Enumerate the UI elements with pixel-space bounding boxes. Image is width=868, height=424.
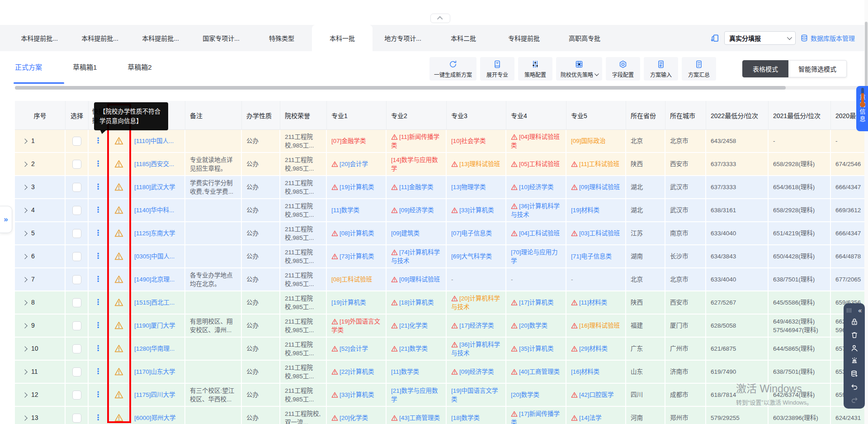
warning-triangle-icon[interactable] bbox=[114, 159, 123, 168]
school-link[interactable]: [6000]郑州大学 bbox=[134, 414, 176, 421]
warning-triangle-icon[interactable] bbox=[114, 252, 123, 261]
side-tool-redo-icon[interactable] bbox=[844, 393, 865, 406]
school-link[interactable]: [1280]华南理... bbox=[134, 345, 175, 352]
quick-actions-icon[interactable]: ⋮ bbox=[94, 367, 102, 376]
collapse-toolbar-icon[interactable]: « bbox=[858, 307, 862, 314]
warning-triangle-icon[interactable] bbox=[114, 205, 123, 214]
plan-tab-0[interactable]: 正式方案 bbox=[15, 62, 42, 71]
row-checkbox[interactable] bbox=[72, 252, 81, 261]
school-link[interactable]: [1490]北京理... bbox=[134, 276, 175, 283]
row-checkbox[interactable] bbox=[72, 160, 81, 169]
school-link[interactable]: [1140]华中科... bbox=[134, 207, 174, 214]
quick-actions-icon[interactable]: ⋮ bbox=[94, 205, 102, 214]
side-tool-user-disable-icon[interactable] bbox=[844, 341, 865, 354]
row-checkbox[interactable] bbox=[72, 367, 81, 376]
side-tool-undo-icon[interactable] bbox=[844, 381, 865, 394]
school-link[interactable]: [1125]东南大学 bbox=[134, 230, 175, 237]
warning-triangle-icon[interactable] bbox=[114, 344, 123, 353]
quick-actions-icon[interactable]: ⋮ bbox=[94, 159, 102, 168]
quick-actions-icon[interactable]: ⋮ bbox=[94, 229, 102, 237]
plan-tab-1[interactable]: 草稿箱1 bbox=[73, 62, 97, 71]
school-link[interactable]: [1190]厦门大学 bbox=[134, 322, 175, 329]
mode-toggle-0[interactable]: 表格模式 bbox=[742, 60, 788, 77]
row-expand-chevron-icon[interactable] bbox=[22, 415, 27, 420]
row-expand-chevron-icon[interactable] bbox=[22, 162, 27, 167]
row-checkbox[interactable] bbox=[72, 275, 81, 284]
row-expand-chevron-icon[interactable] bbox=[22, 300, 27, 305]
side-tool-alarm-off-icon[interactable] bbox=[844, 354, 865, 367]
warning-triangle-icon[interactable] bbox=[114, 136, 123, 145]
side-tool-lock-icon[interactable] bbox=[844, 315, 865, 329]
toolbar-button-2[interactable]: 策略配置 bbox=[518, 57, 552, 81]
row-expand-chevron-icon[interactable] bbox=[22, 392, 27, 397]
row-expand-chevron-icon[interactable] bbox=[22, 254, 27, 259]
batch-tab-8[interactable]: 专科提前批 bbox=[494, 25, 554, 51]
school-link[interactable]: [1180]武汉大学 bbox=[134, 184, 175, 191]
school-link[interactable]: [1175]四川大学 bbox=[134, 391, 175, 398]
row-checkbox[interactable] bbox=[72, 391, 81, 400]
school-link[interactable]: [1515]西北工... bbox=[134, 299, 175, 306]
quick-actions-icon[interactable]: ⋮ bbox=[94, 344, 102, 353]
warning-triangle-icon[interactable] bbox=[114, 413, 123, 422]
horizontal-scrollbar-thumb[interactable] bbox=[15, 86, 786, 90]
school-link[interactable]: [1185]西安交... bbox=[134, 161, 174, 167]
collapse-panel-button[interactable] bbox=[430, 14, 450, 23]
row-checkbox[interactable] bbox=[72, 183, 81, 192]
quick-actions-icon[interactable]: ⋮ bbox=[94, 321, 102, 329]
warning-triangle-icon[interactable] bbox=[114, 229, 123, 238]
warning-triangle-icon[interactable] bbox=[114, 298, 123, 307]
warning-triangle-icon[interactable] bbox=[114, 321, 123, 330]
batch-tab-2[interactable]: 本科提前批... bbox=[130, 25, 191, 51]
version-transfer-icon[interactable] bbox=[710, 33, 720, 43]
quick-actions-icon[interactable]: ⋮ bbox=[94, 390, 102, 399]
school-link[interactable]: [1110]中国人... bbox=[134, 138, 174, 144]
toolbar-button-0[interactable]: 一键生成新方案 bbox=[429, 57, 476, 81]
mode-toggle-1[interactable]: 智能筛选模式 bbox=[788, 60, 847, 77]
toolbar-button-6[interactable]: 方案汇总 bbox=[682, 57, 716, 81]
school-link[interactable]: [1170]山东大学 bbox=[134, 368, 175, 375]
vertical-scrollbar[interactable] bbox=[864, 0, 868, 424]
batch-tab-9[interactable]: 高职高专批 bbox=[554, 25, 615, 51]
row-checkbox[interactable] bbox=[72, 414, 81, 423]
toolbar-button-5[interactable]: 方案输入 bbox=[644, 57, 678, 81]
plan-tab-2[interactable]: 草稿箱2 bbox=[127, 62, 151, 71]
drag-grip-icon[interactable] bbox=[847, 308, 852, 313]
batch-tab-7[interactable]: 本科二批 bbox=[433, 25, 494, 51]
toolbar-button-3[interactable]: 院校优先策略 bbox=[556, 57, 602, 81]
side-tool-trash-icon[interactable] bbox=[844, 329, 865, 342]
row-expand-chevron-icon[interactable] bbox=[22, 185, 27, 190]
quick-actions-icon[interactable]: ⋮ bbox=[94, 182, 102, 191]
row-expand-chevron-icon[interactable] bbox=[22, 346, 27, 351]
batch-tab-6[interactable]: 地方专项计... bbox=[373, 25, 433, 51]
row-expand-chevron-icon[interactable] bbox=[22, 231, 27, 236]
batch-tab-5[interactable]: 本科一批 bbox=[312, 25, 373, 51]
quick-actions-icon[interactable]: ⋮ bbox=[94, 298, 102, 306]
row-expand-chevron-icon[interactable] bbox=[22, 208, 27, 213]
quick-actions-icon[interactable]: ⋮ bbox=[94, 136, 102, 145]
row-checkbox[interactable] bbox=[72, 298, 81, 307]
warning-triangle-icon[interactable] bbox=[114, 182, 123, 191]
quick-actions-icon[interactable]: ⋮ bbox=[94, 275, 102, 283]
row-expand-chevron-icon[interactable] bbox=[22, 323, 27, 328]
fill-mode-select[interactable]: 真实分填报 bbox=[724, 31, 796, 45]
batch-tab-0[interactable]: 本科提前批... bbox=[9, 25, 70, 51]
horizontal-scrollbar[interactable] bbox=[15, 86, 864, 90]
batch-tab-4[interactable]: 特殊类型 bbox=[251, 25, 312, 51]
quick-actions-icon[interactable]: ⋮ bbox=[94, 413, 102, 422]
toolbar-button-4[interactable]: 字段配置 bbox=[606, 57, 640, 81]
row-expand-chevron-icon[interactable] bbox=[22, 277, 27, 282]
warning-triangle-icon[interactable] bbox=[114, 275, 123, 284]
row-checkbox[interactable] bbox=[72, 137, 81, 146]
row-expand-chevron-icon[interactable] bbox=[22, 138, 27, 143]
warning-triangle-icon[interactable] bbox=[114, 367, 123, 376]
side-tool-database-add-icon[interactable] bbox=[844, 367, 865, 381]
batch-tab-1[interactable]: 本科提前批... bbox=[70, 25, 130, 51]
quick-actions-icon[interactable]: ⋮ bbox=[94, 252, 102, 260]
row-checkbox[interactable] bbox=[72, 206, 81, 215]
left-panel-expander[interactable]: » bbox=[0, 206, 12, 233]
row-checkbox[interactable] bbox=[72, 344, 81, 353]
toolbar-button-1[interactable]: 展开专业 bbox=[480, 57, 514, 81]
row-expand-chevron-icon[interactable] bbox=[22, 369, 27, 374]
row-checkbox[interactable] bbox=[72, 321, 81, 330]
row-checkbox[interactable] bbox=[72, 229, 81, 238]
